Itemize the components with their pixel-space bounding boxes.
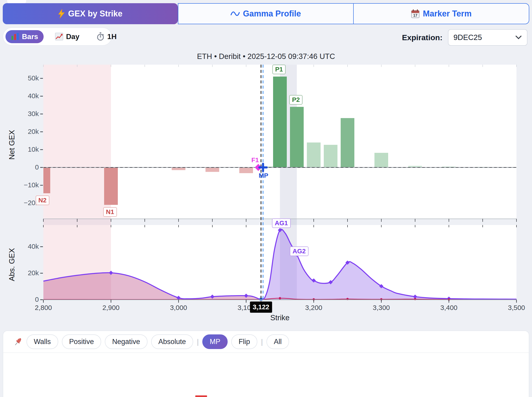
gex-dashboard: GEX by StrikeGamma Profile17Marker Term … [0,0,532,397]
filter-all[interactable]: All [266,335,289,349]
filter-negative[interactable]: Negative [105,335,147,349]
filter-walls[interactable]: Walls [26,335,58,349]
net-gex-bar-3175[interactable] [290,107,304,167]
net-gex-bar-3225[interactable] [324,145,337,167]
bottom-panel: WallsPositiveNegativeAbsolute|MPFlip|All… [3,330,529,397]
net-gex-bar-3250[interactable] [341,118,354,167]
filter-absolute[interactable]: Absolute [151,335,193,349]
pushpin-icon [13,337,23,347]
net-gex-bar-3200[interactable] [307,143,321,167]
filter-pill-row: WallsPositiveNegativeAbsolute|MPFlip|All [3,331,529,353]
net-gex-bar-3300[interactable] [374,153,388,167]
net-gex-bar-3150[interactable] [273,76,287,167]
band-pink [43,65,111,300]
net-gex-bar-2900[interactable] [104,167,118,205]
net-gex-bar-2800[interactable] [43,167,50,193]
red-marker-3150 [279,297,281,299]
filter-positive[interactable]: Positive [62,335,101,349]
net-gex-bar-3050[interactable] [206,167,219,172]
filter-mp[interactable]: MP [202,335,228,349]
gex-charts[interactable] [0,0,532,334]
pill-divider: | [261,338,263,346]
net-gex-bar-3000[interactable] [172,167,185,170]
filter-flip[interactable]: Flip [231,335,257,349]
pill-divider: | [197,338,199,346]
net-gex-bar-3100[interactable] [239,167,253,173]
red-marker-line [195,395,207,397]
